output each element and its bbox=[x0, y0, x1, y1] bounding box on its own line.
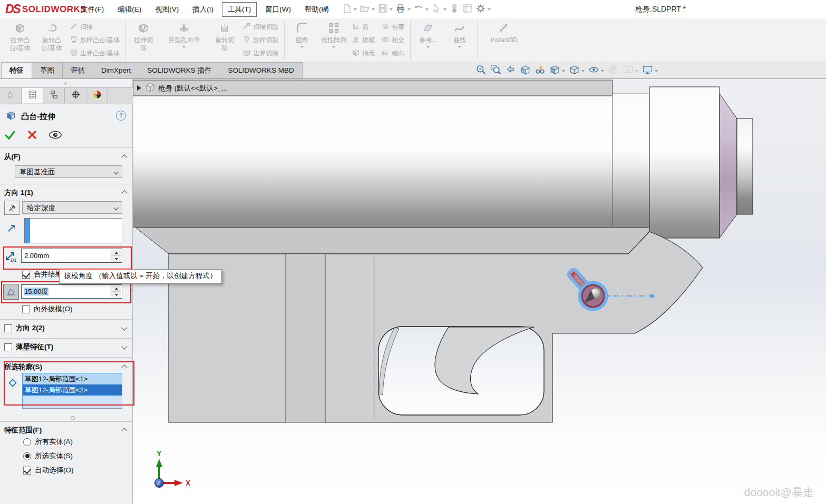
ribbon-rib-button[interactable]: 筋 bbox=[349, 21, 379, 34]
help-icon[interactable]: ? bbox=[116, 111, 126, 121]
options-gear-button[interactable] bbox=[475, 3, 491, 16]
draft-spinner[interactable] bbox=[111, 285, 121, 298]
from-section-header[interactable]: 从(F) bbox=[4, 152, 21, 162]
draft-outward-checkbox[interactable] bbox=[22, 305, 30, 313]
ribbon-draft-button[interactable]: 拔模 bbox=[349, 34, 379, 47]
menu-item-5[interactable]: 工具(T) bbox=[222, 2, 257, 17]
scope-option-row[interactable]: 自动选择(O) bbox=[23, 466, 74, 475]
feature-scope-header[interactable]: 特征范围(F) bbox=[4, 426, 42, 435]
collapse-from-icon[interactable] bbox=[121, 154, 127, 160]
property-manager-tab[interactable] bbox=[22, 88, 43, 103]
zoom-area-button[interactable] bbox=[490, 64, 501, 77]
ribbon-revolve-button[interactable]: 旋转凸台/基体 bbox=[36, 18, 67, 62]
contour-list-item[interactable]: 草图12-局部范围<2> bbox=[23, 384, 122, 396]
ribbon-curves-button[interactable]: 曲线 bbox=[444, 18, 475, 62]
model-end-tip[interactable] bbox=[737, 118, 753, 214]
scope-option-row[interactable]: 所选实体(S) bbox=[23, 451, 73, 461]
expand-direction2-icon[interactable] bbox=[121, 324, 127, 330]
selected-contours-listbox[interactable]: 草图12-局部范围<1>草图12-局部范围<2> bbox=[22, 373, 122, 409]
tab-特征[interactable]: 特征 bbox=[1, 62, 32, 78]
scope-option-row[interactable]: 所有实体(A) bbox=[23, 437, 73, 447]
draft-outward-row[interactable]: 向外拔模(O) bbox=[22, 304, 73, 314]
model-muzzle-cylinder[interactable] bbox=[649, 87, 720, 238]
scope-radio-1[interactable] bbox=[23, 438, 31, 446]
merge-result-checkbox[interactable] bbox=[22, 271, 30, 279]
annotation-views-button[interactable] bbox=[535, 64, 546, 77]
menu-item-6[interactable]: 窗口(W) bbox=[258, 2, 298, 17]
tab-solidworks-mbd[interactable]: SOLIDWORKS MBD bbox=[220, 62, 303, 78]
pin-menu-icon[interactable] bbox=[320, 4, 331, 16]
ribbon-pattern-button[interactable]: 线性阵列 bbox=[318, 18, 349, 62]
new-document-button[interactable] bbox=[342, 3, 357, 16]
draft-angle-field[interactable]: 15.00度 bbox=[21, 284, 122, 299]
ribbon-mirror-button[interactable]: 镜向 bbox=[379, 47, 409, 60]
ribbon-cut-extrude-button[interactable]: 拉伸切除 bbox=[128, 18, 159, 62]
model-barrel[interactable] bbox=[133, 94, 649, 228]
listbox-resize-dot[interactable] bbox=[71, 416, 75, 420]
ribbon-hole-wizard-button[interactable]: 异型孔向导 bbox=[159, 18, 209, 62]
preview-eye-icon[interactable] bbox=[48, 131, 62, 141]
ribbon-fillet-button[interactable]: 圆角 bbox=[286, 18, 318, 62]
ribbon-reference-button[interactable]: 参考... bbox=[412, 18, 444, 62]
merge-result-row[interactable]: 合并结果 bbox=[22, 270, 62, 279]
save-button[interactable] bbox=[377, 3, 393, 16]
direction2-checkbox[interactable] bbox=[4, 324, 12, 332]
select-button[interactable] bbox=[431, 3, 446, 16]
model-taper-face[interactable] bbox=[720, 94, 737, 238]
direction1-section-header[interactable]: 方向 1(1) bbox=[4, 188, 33, 197]
model-frame-band[interactable] bbox=[135, 228, 649, 254]
thin-feature-row[interactable]: 薄壁特征(T) bbox=[4, 342, 53, 352]
contour-list-item[interactable]: 草图12-局部范围<1> bbox=[23, 373, 122, 384]
ribbon-wrap-button[interactable]: 包覆 bbox=[379, 21, 409, 34]
menu-item-4[interactable]: 插入(I) bbox=[186, 2, 220, 17]
zoom-fit-button[interactable] bbox=[475, 64, 487, 77]
expand-thin-icon[interactable] bbox=[121, 343, 127, 349]
ok-button[interactable] bbox=[4, 130, 16, 142]
print-button[interactable] bbox=[395, 3, 411, 16]
tab-dimxpert[interactable]: DimXpert bbox=[93, 62, 139, 78]
ribbon-instant3d-button[interactable]: Instant3D bbox=[479, 18, 529, 62]
section-view-button[interactable] bbox=[520, 64, 531, 77]
panel-resize-dot[interactable] bbox=[64, 82, 67, 85]
reverse-direction-button[interactable] bbox=[4, 201, 20, 215]
ribbon-shell-button[interactable]: 抽壳 bbox=[349, 47, 379, 60]
menu-item-1[interactable]: 文件(F) bbox=[74, 2, 111, 17]
tab-草图[interactable]: 草图 bbox=[32, 62, 63, 78]
configuration-manager-tab[interactable] bbox=[43, 88, 65, 103]
direction-reference-selectbox[interactable] bbox=[24, 218, 122, 243]
dimxpert-manager-tab[interactable] bbox=[65, 88, 86, 103]
graphics-viewport[interactable]: 枪身 (默认<<默认>_... Y X Z dooooit@暴走 bbox=[133, 79, 826, 504]
ribbon-sweep-button[interactable]: 扫描 bbox=[67, 21, 124, 34]
hide-show-button[interactable] bbox=[588, 64, 604, 77]
tab-评估[interactable]: 评估 bbox=[62, 62, 93, 78]
ribbon-cut-revolve-button[interactable]: 旋转切除 bbox=[209, 18, 240, 62]
selected-contours-header[interactable]: 所选轮廓(S) bbox=[4, 362, 42, 372]
from-dropdown[interactable]: 草图基准面 bbox=[15, 165, 122, 178]
ribbon-loft-button[interactable]: 放样凸台/基体 bbox=[67, 34, 124, 47]
display-manager-tab[interactable] bbox=[86, 88, 108, 103]
flyout-featuremanager-bar[interactable]: 枪身 (默认<<默认>_... bbox=[133, 80, 613, 96]
previous-view-button[interactable] bbox=[505, 64, 516, 77]
selection-toggle-button[interactable] bbox=[449, 3, 460, 16]
menu-item-2[interactable]: 编辑(E) bbox=[111, 2, 148, 17]
collapse-scope-icon[interactable] bbox=[121, 428, 127, 433]
view-settings-button[interactable] bbox=[642, 64, 658, 77]
draft-on-off-button[interactable] bbox=[3, 284, 19, 300]
ribbon-boss-extrude-button[interactable]: 拉伸凸台/基体 bbox=[4, 18, 36, 62]
ribbon-intersect-button[interactable]: 相交 bbox=[379, 34, 409, 47]
apply-scene-button[interactable] bbox=[623, 64, 638, 77]
ribbon-boundary-button[interactable]: 边界凸台/基体 bbox=[67, 47, 124, 60]
ribbon-sweep-cut-button[interactable]: 扫描切除 bbox=[240, 21, 283, 34]
thin-feature-checkbox[interactable] bbox=[4, 343, 12, 351]
cancel-button[interactable] bbox=[27, 130, 37, 142]
scope-checkbox-3[interactable] bbox=[23, 467, 31, 475]
open-button[interactable] bbox=[359, 3, 375, 16]
edit-appearance-button[interactable] bbox=[608, 64, 619, 77]
depth-field[interactable]: 2.00mm bbox=[21, 249, 122, 263]
panel-splitter-handle[interactable] bbox=[131, 289, 133, 291]
feature-manager-tab[interactable] bbox=[0, 88, 22, 103]
end-condition-dropdown[interactable]: 给定深度 bbox=[22, 201, 122, 214]
undo-button[interactable] bbox=[413, 3, 429, 16]
view-orientation-button[interactable] bbox=[549, 64, 565, 77]
collapse-contours-icon[interactable] bbox=[121, 364, 127, 370]
